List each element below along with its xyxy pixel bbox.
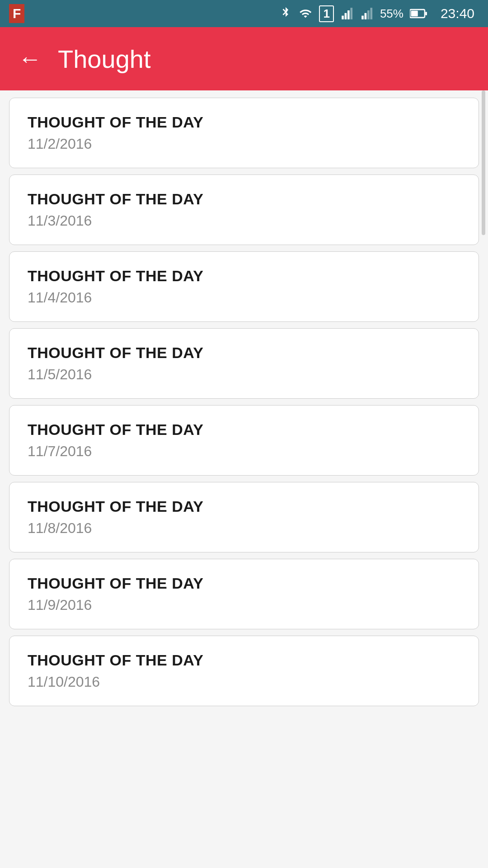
app-title: Thought xyxy=(58,44,151,74)
thought-card[interactable]: THOUGHT OF THE DAY11/10/2016 xyxy=(9,636,479,706)
svg-rect-3 xyxy=(350,8,352,19)
sim-icon: 1 xyxy=(319,5,333,22)
app-logo-area: F xyxy=(9,4,24,23)
thought-card-date: 11/2/2016 xyxy=(28,136,460,152)
thought-card[interactable]: THOUGHT OF THE DAY11/2/2016 xyxy=(9,98,479,168)
thought-card[interactable]: THOUGHT OF THE DAY11/7/2016 xyxy=(9,405,479,476)
svg-rect-9 xyxy=(425,12,427,15)
app-bar: ← Thought xyxy=(0,27,488,90)
signal-icon xyxy=(340,7,355,20)
thought-card[interactable]: THOUGHT OF THE DAY11/3/2016 xyxy=(9,175,479,245)
thought-card-title: THOUGHT OF THE DAY xyxy=(28,190,460,208)
bluetooth-icon xyxy=(279,7,292,20)
thought-list: THOUGHT OF THE DAY11/2/2016THOUGHT OF TH… xyxy=(0,90,488,715)
thought-card[interactable]: THOUGHT OF THE DAY11/8/2016 xyxy=(9,482,479,552)
thought-card-date: 11/5/2016 xyxy=(28,366,460,383)
svg-rect-7 xyxy=(370,8,372,19)
thought-card-date: 11/4/2016 xyxy=(28,289,460,306)
flipboard-icon: F xyxy=(9,4,24,23)
scroll-indicator xyxy=(482,90,485,235)
status-bar: F 1 55% xyxy=(0,0,488,27)
svg-rect-10 xyxy=(411,11,418,17)
thought-card-date: 11/7/2016 xyxy=(28,443,460,460)
svg-rect-4 xyxy=(361,16,364,19)
status-time: 23:40 xyxy=(441,6,474,21)
back-button[interactable]: ← xyxy=(18,47,42,71)
thought-card[interactable]: THOUGHT OF THE DAY11/4/2016 xyxy=(9,251,479,322)
svg-rect-2 xyxy=(347,10,350,19)
thought-card-title: THOUGHT OF THE DAY xyxy=(28,113,460,131)
thought-card[interactable]: THOUGHT OF THE DAY11/5/2016 xyxy=(9,328,479,399)
thought-card-date: 11/8/2016 xyxy=(28,520,460,537)
thought-card-title: THOUGHT OF THE DAY xyxy=(28,498,460,515)
svg-rect-0 xyxy=(342,16,344,19)
thought-card-date: 11/3/2016 xyxy=(28,212,460,229)
wifi-icon xyxy=(298,7,313,20)
svg-rect-5 xyxy=(364,13,366,19)
svg-rect-6 xyxy=(367,10,370,19)
thought-card-title: THOUGHT OF THE DAY xyxy=(28,421,460,439)
thought-card-title: THOUGHT OF THE DAY xyxy=(28,651,460,669)
thought-card-date: 11/9/2016 xyxy=(28,597,460,613)
status-icons-group: 1 55% 23:40 xyxy=(279,5,474,22)
svg-rect-1 xyxy=(344,13,347,19)
thought-card-title: THOUGHT OF THE DAY xyxy=(28,267,460,285)
thought-card-title: THOUGHT OF THE DAY xyxy=(28,344,460,362)
thought-card-date: 11/10/2016 xyxy=(28,674,460,690)
battery-percentage: 55% xyxy=(380,7,404,21)
battery-icon xyxy=(410,7,427,20)
thought-card[interactable]: THOUGHT OF THE DAY11/9/2016 xyxy=(9,559,479,629)
thought-card-title: THOUGHT OF THE DAY xyxy=(28,575,460,592)
signal2-icon xyxy=(361,7,374,20)
